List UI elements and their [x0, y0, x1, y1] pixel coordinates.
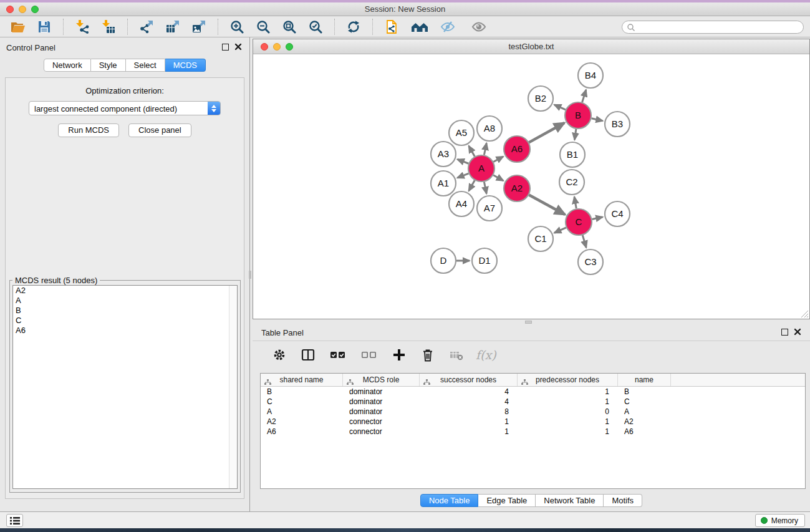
mcds-result-item[interactable]: A	[13, 296, 237, 306]
table-row[interactable]: Adominator80A	[261, 407, 805, 417]
show-columns-icon[interactable]	[299, 346, 317, 364]
graph-edge-A-A3[interactable]	[457, 159, 468, 163]
tab-network[interactable]: Network	[44, 59, 91, 72]
graph-node-A2[interactable]: A2	[504, 175, 530, 201]
graph-node-A1[interactable]: A1	[431, 171, 456, 196]
column-header-shared-name[interactable]: shared name	[261, 374, 343, 386]
search-box[interactable]	[622, 21, 804, 34]
graph-edge-B-B4[interactable]	[582, 90, 586, 102]
table-tab-edge-table[interactable]: Edge Table	[478, 494, 536, 507]
graph-edge-B-B3[interactable]	[591, 118, 602, 121]
mcds-result-item[interactable]: B	[13, 306, 237, 316]
tab-mcds[interactable]: MCDS	[165, 59, 206, 72]
graph-node-C[interactable]: C	[566, 209, 592, 235]
graph-node-A8[interactable]: A8	[477, 116, 502, 141]
graph-node-B[interactable]: B	[565, 102, 591, 128]
node-table[interactable]: shared nameMCDS rolesuccessor nodesprede…	[260, 373, 806, 489]
table-row[interactable]: Cdominator41C	[261, 397, 805, 407]
graph-edge-C-C1[interactable]	[554, 228, 566, 233]
result-scrollbar[interactable]	[229, 286, 237, 488]
network-graph[interactable]: AA1A2A3A4A5A6A7A8BB1B2B3B4CC1C2C3C4DD1	[253, 55, 809, 319]
network-window-titlebar[interactable]: testGlobe.txt	[253, 39, 809, 54]
search-input[interactable]	[638, 22, 803, 32]
graph-node-C2[interactable]: C2	[559, 170, 584, 195]
table-tab-network-table[interactable]: Network Table	[536, 494, 604, 507]
graph-node-A3[interactable]: A3	[431, 142, 456, 167]
graph-edge-B-B2[interactable]	[554, 105, 566, 110]
export-network-icon[interactable]	[137, 18, 156, 36]
column-header-name[interactable]: name	[618, 374, 671, 386]
table-tab-motifs[interactable]: Motifs	[604, 494, 642, 507]
export-image-icon[interactable]	[190, 18, 208, 36]
float-table-panel-icon[interactable]	[781, 329, 788, 336]
graph-node-A7[interactable]: A7	[477, 196, 502, 221]
graph-edge-A-A6[interactable]	[493, 157, 503, 162]
graph-node-C3[interactable]: C3	[578, 249, 603, 274]
clone-network-icon[interactable]	[382, 18, 401, 36]
close-panel-icon[interactable]	[234, 43, 242, 51]
network-canvas[interactable]: AA1A2A3A4A5A6A7A8BB1B2B3B4CC1C2C3C4DD1	[253, 55, 809, 319]
run-mcds-button[interactable]: Run MCDS	[58, 123, 119, 137]
show-graphics-details-icon[interactable]	[470, 18, 488, 36]
graph-edge-B-B1[interactable]	[574, 129, 576, 140]
graph-node-B3[interactable]: B3	[605, 112, 630, 137]
mcds-result-item[interactable]: C	[13, 316, 237, 326]
column-header-MCDS-role[interactable]: MCDS role	[343, 374, 420, 386]
zoom-selected-icon[interactable]	[306, 18, 325, 36]
vertical-divider-handle[interactable]	[249, 271, 251, 279]
zoom-in-icon[interactable]	[228, 18, 246, 36]
open-session-icon[interactable]	[9, 18, 27, 36]
import-network-icon[interactable]	[73, 18, 92, 36]
settings-gear-icon[interactable]	[270, 346, 289, 364]
graph-node-A5[interactable]: A5	[449, 120, 474, 145]
table-row[interactable]: Bdominator41B	[261, 387, 805, 397]
table-row[interactable]: A2connector11A2	[261, 417, 805, 427]
resize-grip-icon[interactable]	[801, 310, 809, 318]
close-panel-button[interactable]: Close panel	[128, 123, 191, 137]
tab-select[interactable]: Select	[126, 59, 165, 72]
graph-node-A6[interactable]: A6	[504, 136, 530, 162]
graph-edge-C-C3[interactable]	[582, 235, 586, 248]
export-table-icon[interactable]	[163, 18, 182, 36]
delete-columns-icon[interactable]	[418, 346, 437, 364]
column-header-successor-nodes[interactable]: successor nodes	[420, 374, 518, 386]
graph-edge-A6-B[interactable]	[529, 123, 564, 142]
graph-node-A4[interactable]: A4	[449, 191, 474, 216]
graph-node-D1[interactable]: D1	[472, 248, 497, 273]
hide-graphics-details-icon[interactable]	[438, 18, 457, 36]
horizontal-divider-handle[interactable]	[525, 321, 532, 324]
refresh-icon[interactable]	[344, 18, 363, 36]
graph-edge-A-A4[interactable]	[469, 180, 475, 191]
zoom-out-icon[interactable]	[254, 18, 272, 36]
graph-edge-A2-C[interactable]	[529, 195, 565, 215]
column-header-predecessor-nodes[interactable]: predecessor nodes	[518, 374, 618, 386]
graph-node-B1[interactable]: B1	[560, 142, 585, 167]
function-builder-icon[interactable]: f(x)	[476, 348, 496, 362]
graph-edge-A-A8[interactable]	[484, 143, 486, 155]
graph-node-B2[interactable]: B2	[528, 86, 553, 111]
add-column-icon[interactable]	[390, 346, 408, 364]
graph-node-B4[interactable]: B4	[578, 63, 603, 88]
graph-edge-A-A1[interactable]	[457, 173, 468, 178]
graph-edge-A-A2[interactable]	[493, 175, 503, 181]
mcds-result-item[interactable]: A6	[13, 326, 237, 336]
memory-button[interactable]: Memory	[755, 514, 805, 527]
graph-node-A[interactable]: A	[468, 155, 494, 181]
tab-style[interactable]: Style	[91, 59, 126, 72]
mcds-result-list[interactable]: A2ABCA6	[12, 285, 238, 489]
criterion-dropdown[interactable]: largest connected component (directed)	[29, 101, 221, 115]
graph-edge-C-C4[interactable]	[592, 217, 603, 220]
import-table-icon[interactable]	[99, 18, 118, 36]
float-panel-icon[interactable]	[222, 44, 229, 51]
zoom-fit-icon[interactable]	[280, 18, 299, 36]
close-table-panel-icon[interactable]	[794, 328, 801, 336]
graph-node-C1[interactable]: C1	[528, 226, 553, 251]
task-history-button[interactable]	[6, 514, 23, 527]
select-all-icon[interactable]	[327, 346, 349, 364]
delete-table-icon[interactable]	[447, 346, 466, 364]
graph-node-D[interactable]: D	[431, 248, 456, 273]
graph-edge-A-A5[interactable]	[469, 146, 475, 157]
unselect-all-icon[interactable]	[359, 346, 380, 364]
mcds-result-item[interactable]: A2	[13, 286, 237, 296]
table-tab-node-table[interactable]: Node Table	[420, 494, 479, 507]
